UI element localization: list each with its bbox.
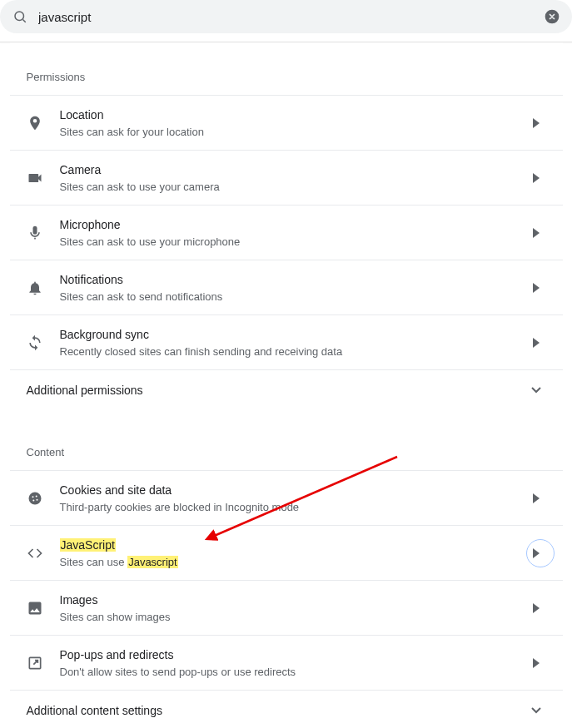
search-icon <box>12 8 28 25</box>
microphone-icon <box>27 225 60 241</box>
notifications-title: Notifications <box>60 271 526 288</box>
background-sync-title: Background sync <box>60 326 526 343</box>
cookies-title: Cookies and site data <box>60 482 526 498</box>
javascript-row[interactable]: JavaScript Sites can use Javascript <box>10 525 563 580</box>
popups-row[interactable]: Pop-ups and redirects Don't allow sites … <box>10 635 563 690</box>
settings-panel: Permissions Location Sites can ask for y… <box>10 42 563 728</box>
chevron-right-icon <box>526 658 546 668</box>
additional-permissions-row[interactable]: Additional permissions <box>10 369 563 409</box>
microphone-title: Microphone <box>60 216 526 233</box>
camera-subtitle: Sites can ask to use your camera <box>60 180 526 195</box>
cookies-row[interactable]: Cookies and site data Third-party cookie… <box>10 470 563 525</box>
camera-row[interactable]: Camera Sites can ask to use your camera <box>10 150 563 205</box>
code-icon <box>27 545 60 562</box>
background-sync-subtitle: Recently closed sites can finish sending… <box>60 344 526 359</box>
chevron-right-icon <box>526 118 546 128</box>
popups-subtitle: Don't allow sites to send pop-ups or use… <box>60 665 526 680</box>
clear-search-button[interactable] <box>544 8 560 25</box>
images-title: Images <box>60 592 526 608</box>
sync-icon <box>27 334 60 351</box>
svg-point-4 <box>32 496 33 498</box>
images-subtitle: Sites can show images <box>60 610 526 625</box>
chevron-right-icon <box>526 173 546 183</box>
chevron-down-icon <box>526 387 546 394</box>
javascript-title: JavaScript <box>60 537 526 553</box>
svg-line-1 <box>22 19 25 22</box>
background-sync-row[interactable]: Background sync Recently closed sites ca… <box>10 314 563 369</box>
notifications-row[interactable]: Notifications Sites can ask to send noti… <box>10 260 563 314</box>
location-subtitle: Sites can ask for your location <box>60 125 526 140</box>
image-icon <box>27 600 60 617</box>
svg-point-6 <box>32 499 34 501</box>
svg-point-5 <box>35 495 37 497</box>
javascript-subtitle: Sites can use Javascript <box>60 555 526 570</box>
svg-point-3 <box>28 492 41 504</box>
microphone-subtitle: Sites can ask to use your microphone <box>60 235 526 250</box>
additional-content-label: Additional content settings <box>27 704 526 717</box>
camera-icon <box>27 170 60 186</box>
permissions-section-title: Permissions <box>10 42 563 95</box>
additional-content-row[interactable]: Additional content settings <box>10 690 563 728</box>
chevron-down-icon <box>526 707 546 714</box>
content-section-title: Content <box>10 409 563 470</box>
images-row[interactable]: Images Sites can show images <box>10 580 563 635</box>
location-icon <box>27 115 60 131</box>
location-row[interactable]: Location Sites can ask for your location <box>10 95 563 150</box>
chevron-right-icon <box>526 283 546 293</box>
notifications-subtitle: Sites can ask to send notifications <box>60 290 526 305</box>
microphone-row[interactable]: Microphone Sites can ask to use your mic… <box>10 205 563 260</box>
camera-title: Camera <box>60 161 526 178</box>
location-title: Location <box>60 106 526 123</box>
chevron-right-icon <box>526 603 546 613</box>
popup-icon <box>27 655 60 671</box>
svg-point-0 <box>15 12 24 21</box>
cookie-icon <box>27 490 60 507</box>
chevron-right-icon <box>526 338 546 348</box>
bell-icon <box>27 280 60 296</box>
cookies-subtitle: Third-party cookies are blocked in Incog… <box>60 500 526 515</box>
chevron-right-icon <box>526 548 546 558</box>
search-bar <box>0 0 572 33</box>
additional-permissions-label: Additional permissions <box>27 384 526 397</box>
svg-point-7 <box>36 498 37 500</box>
chevron-right-icon <box>526 493 546 503</box>
popups-title: Pop-ups and redirects <box>60 646 526 663</box>
search-input[interactable] <box>28 10 544 24</box>
chevron-right-icon <box>526 228 546 238</box>
